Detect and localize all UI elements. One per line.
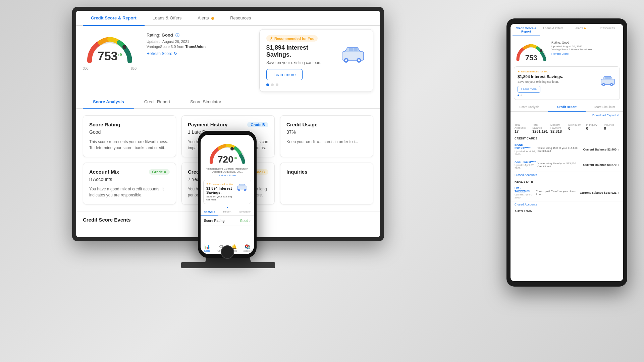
resources-nav-icon: 📚 xyxy=(240,244,254,249)
tablet-sub-tabs: Score Analysis Credit Report Score Simul… xyxy=(511,103,623,112)
tab-loans-offers[interactable]: Loans & Offers xyxy=(145,11,190,25)
tablet-frame: Credit Score & Report Loans & Offers Ale… xyxy=(506,18,627,287)
svg-point-15 xyxy=(230,147,234,150)
t-tab-loans[interactable]: Loans & Offers xyxy=(540,24,567,36)
tablet-re-section: REAL STATE xyxy=(511,178,623,184)
t-tab-credit-score[interactable]: Credit Score & Report xyxy=(513,24,540,36)
phone-screen: 720+8 VantageScore 3.0 from TransUnion U… xyxy=(201,135,254,254)
svg-point-7 xyxy=(540,49,542,52)
phone-home-button[interactable] xyxy=(221,245,234,259)
recommend-content: $1,894 Interest Savings. Save on your ex… xyxy=(266,44,366,80)
svg-point-4 xyxy=(358,59,360,61)
sub-tab-credit-report[interactable]: Credit Report xyxy=(134,95,180,108)
svg-rect-14 xyxy=(608,77,611,79)
svg-point-12 xyxy=(611,84,612,85)
refresh-icon: ↻ xyxy=(174,51,177,56)
t-tab-resources[interactable]: Resources xyxy=(594,24,621,36)
learn-more-button[interactable]: Learn more xyxy=(266,69,303,80)
tablet-closed-accounts-2[interactable]: Closed Accounts xyxy=(511,201,623,207)
card-dot-3[interactable] xyxy=(276,83,278,86)
recommend-subtitle: Save on your existing car loan. xyxy=(266,60,334,65)
recommend-badge: ★ Recommended for You xyxy=(266,35,318,42)
t-dot-2[interactable] xyxy=(521,95,522,96)
phone-recommend-title: $1,894 Interest Savings. xyxy=(206,186,236,194)
tablet-score-number: 753 xyxy=(525,54,538,62)
t-sub-tab-credit-report[interactable]: Credit Report xyxy=(548,103,586,111)
tablet-closed-accounts-1[interactable]: Closed Accounts xyxy=(511,172,623,178)
phone-score-number: 720+8 xyxy=(218,154,237,165)
chevron-down-icon: › xyxy=(618,147,619,152)
tablet-cards-section: CREDIT CARDS xyxy=(511,135,623,141)
info-icon: ⓘ xyxy=(175,33,179,38)
phone-analysis-value: Good › xyxy=(240,218,251,223)
tablet-gauge-section: 753 Rating: Good Updated: August 26, 202… xyxy=(511,36,623,66)
score-card-mix: Account Mix Grade A 8 Accounts You have … xyxy=(83,163,176,204)
t-tab-alerts[interactable]: Alerts xyxy=(567,24,594,36)
score-vantage: VantageScore 3.0 from TransUnion xyxy=(147,45,206,49)
tablet-refresh[interactable]: Refresh Score xyxy=(551,52,593,55)
svg-point-18 xyxy=(239,189,240,190)
gauge-container: 753+9 xyxy=(83,29,137,66)
tablet-summary-row: Total Accounts 17 Total Balance $261,191… xyxy=(511,122,623,135)
chevron-down-icon-2: › xyxy=(618,163,619,167)
recommend-title: $1,894 Interest Savings. xyxy=(266,44,334,58)
score-number: 753+9 xyxy=(98,49,122,63)
phone-gauge-section: 720+8 VantageScore 3.0 from TransUnion U… xyxy=(201,135,254,177)
tablet-download-link[interactable]: Download Report ↗ xyxy=(511,112,623,119)
p-sub-tab-report[interactable]: Report xyxy=(218,208,236,215)
t-dot-1[interactable] xyxy=(518,95,519,96)
p-nav-resources[interactable]: 📚 Resources xyxy=(240,242,254,254)
tablet-auto-section: AUTO LOAN xyxy=(511,207,623,214)
score-nav-icon: 📊 xyxy=(201,244,214,249)
card-dots xyxy=(266,83,366,86)
t-sub-tab-simulator[interactable]: Score Simulator xyxy=(586,103,623,111)
phone-score-info: VantageScore 3.0 from TransUnion Updated… xyxy=(204,167,251,173)
tablet: Credit Score & Report Loans & Offers Ale… xyxy=(506,18,627,287)
p-nav-score[interactable]: 📊 Score xyxy=(201,242,214,254)
tablet-recommend-badge: ★ Recommended for You xyxy=(518,70,616,73)
p-sub-tab-simulator[interactable]: Simulator xyxy=(236,208,254,215)
tablet-learn-more-button[interactable]: Learn more xyxy=(518,86,540,93)
score-info: Rating: Good ⓘ Updated: August 26, 2021 … xyxy=(147,29,206,56)
tablet-nav: Credit Score & Report Loans & Offers Ale… xyxy=(511,24,623,36)
score-rating: Rating: Good ⓘ xyxy=(147,33,206,38)
card-dot-1[interactable] xyxy=(266,83,269,86)
phone-frame: 720+8 VantageScore 3.0 from TransUnion U… xyxy=(198,131,257,258)
tablet-card-row-1: BANK - 5XDX97**** Updated: April 07, 202… xyxy=(511,141,623,158)
gauge-needle xyxy=(122,45,126,49)
t-sub-tab-analysis[interactable]: Score Analysis xyxy=(511,103,548,111)
svg-point-20 xyxy=(245,189,246,190)
score-change: +9 xyxy=(118,53,122,57)
tablet-section-header xyxy=(511,119,623,122)
chevron-right-icon: › xyxy=(249,218,251,223)
p-sub-tab-analysis[interactable]: Analysis xyxy=(201,208,218,215)
svg-point-10 xyxy=(603,84,604,85)
svg-rect-13 xyxy=(605,77,608,79)
monitor-base xyxy=(181,262,275,268)
star-icon: ★ xyxy=(270,36,273,41)
tab-resources[interactable]: Resources xyxy=(222,11,259,25)
phone-sub-tabs: Analysis Report Simulator xyxy=(201,208,254,216)
svg-rect-6 xyxy=(354,48,358,51)
tablet-recommend-title: $1,894 Interest Savings. xyxy=(518,74,563,79)
tablet-recommend-card: ★ Recommended for You $1,894 Interest Sa… xyxy=(514,66,620,100)
desktop-nav: Credit Score & Report Loans & Offers Ale… xyxy=(76,11,380,26)
score-updated: Updated: August 26, 2021 xyxy=(147,40,206,44)
phone-recommend-subtitle: Save on your existing car loan. xyxy=(206,195,236,201)
svg-rect-5 xyxy=(349,48,353,51)
phone-refresh[interactable]: Refresh Score xyxy=(204,174,251,177)
phone-analysis-label: Score Rating xyxy=(204,219,225,223)
recommend-card: ★ Recommended for You $1,894 Interest Sa… xyxy=(259,29,373,92)
score-card-inquiries: Inquiries xyxy=(280,163,373,204)
tab-credit-score[interactable]: Credit Score & Report xyxy=(83,11,145,25)
tablet-re-row: HM - 70XXX5**** Update: April 07, 2020 Y… xyxy=(511,184,623,201)
sub-tab-score-analysis[interactable]: Score Analysis xyxy=(83,95,134,108)
car-icon xyxy=(339,44,366,66)
phone-gauge: 720+8 xyxy=(207,138,248,165)
tab-alerts[interactable]: Alerts xyxy=(190,11,222,25)
refresh-link[interactable]: Refresh Score ↻ xyxy=(147,51,206,56)
sub-tab-score-simulator[interactable]: Score Simulator xyxy=(180,95,231,108)
chevron-down-icon-3: › xyxy=(618,190,619,195)
phone-recommend-badge: ★ Recommended for You xyxy=(206,183,236,185)
card-dot-2[interactable] xyxy=(271,83,274,86)
